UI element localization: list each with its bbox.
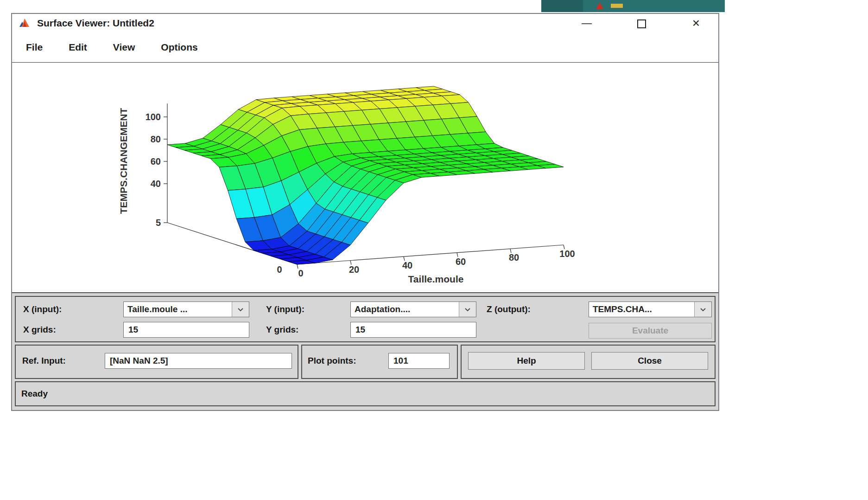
menu-edit[interactable]: Edit — [69, 42, 87, 53]
title-bar[interactable]: Surface Viewer: Untitled2 — × — [12, 14, 718, 32]
background-window-segment — [541, 0, 583, 12]
y-input-select[interactable]: Adaptation.... — [350, 301, 476, 317]
evaluate-button[interactable]: Evaluate — [589, 323, 712, 339]
x-grids-input[interactable] — [123, 322, 249, 338]
z-tick-label: 100 — [146, 112, 161, 122]
maximize-icon[interactable] — [632, 14, 651, 32]
y-input-value: Adaptation.... — [351, 302, 459, 317]
plot-points-field[interactable] — [388, 353, 450, 369]
background-window-decoration — [611, 4, 623, 8]
x-axis-label: Taille.moule — [408, 274, 464, 284]
plot-points-label: Plot points: — [308, 356, 356, 366]
io-panel: X (input): Taille.moule ... Y (input): A… — [15, 296, 716, 342]
maximize-box-glyph — [637, 19, 646, 28]
z-output-select[interactable]: TEMPS.CHA... — [589, 301, 712, 317]
window-title: Surface Viewer: Untitled2 — [37, 18, 154, 29]
z-axis-label: TEMPS.CHANGEMENT — [118, 108, 129, 214]
chevron-down-icon[interactable] — [694, 302, 711, 317]
menu-bar: File Edit View Options — [12, 32, 718, 62]
x-tick-label: 40 — [402, 260, 412, 270]
matlab-icon — [19, 17, 31, 29]
x-tick-label: 100 — [559, 249, 575, 259]
x-tick-label: 80 — [509, 252, 519, 263]
surface-mesh — [167, 86, 564, 264]
x-tick-label: 20 — [349, 264, 359, 275]
ref-input-field[interactable] — [105, 353, 292, 369]
z-tick-label: 80 — [151, 134, 161, 144]
help-close-panel: Help Close — [461, 345, 716, 379]
surface-plot[interactable]: 10080604050204060801000Taille.mouleTEMPS… — [12, 63, 713, 292]
x-input-value: Taille.moule ... — [124, 302, 232, 317]
background-window-titlebar-fragment[interactable] — [541, 0, 725, 12]
chevron-down-icon[interactable] — [459, 302, 476, 317]
menu-file[interactable]: File — [26, 42, 43, 53]
y-tick-label: 0 — [277, 264, 282, 275]
z-tick-label: 5 — [156, 218, 161, 228]
z-tick-label: 60 — [151, 156, 161, 167]
window-controls: — × — [577, 14, 705, 32]
help-button[interactable]: Help — [468, 352, 585, 370]
status-text: Ready — [21, 389, 48, 399]
close-button[interactable]: Close — [591, 352, 708, 370]
plot-panel: 10080604050204060801000Taille.mouleTEMPS… — [12, 62, 718, 292]
minimize-icon[interactable]: — — [577, 14, 596, 32]
surface-viewer-window: Surface Viewer: Untitled2 — × File Edit … — [11, 13, 719, 411]
plot-points-panel: Plot points: — [301, 345, 458, 379]
z-output-value: TEMPS.CHA... — [589, 302, 694, 317]
x-input-select[interactable]: Taille.moule ... — [123, 301, 249, 317]
menu-options[interactable]: Options — [161, 42, 197, 53]
menu-view[interactable]: View — [113, 42, 135, 53]
z-tick-label: 40 — [151, 179, 161, 189]
x-grids-label: X grids: — [23, 325, 56, 335]
x-tick-label: 60 — [456, 256, 466, 267]
close-icon[interactable]: × — [687, 14, 705, 32]
y-grids-input[interactable] — [350, 322, 476, 338]
ref-input-panel: Ref. Input: — [15, 345, 298, 379]
status-panel: Ready — [15, 381, 716, 406]
controls-area: X (input): Taille.moule ... Y (input): A… — [12, 292, 718, 410]
y-input-label: Y (input): — [266, 304, 304, 314]
y-grids-label: Y grids: — [266, 325, 298, 335]
background-app-logo-icon — [596, 2, 603, 9]
ref-row: Ref. Input: Plot points: Help Close — [15, 345, 716, 379]
x-input-label: X (input): — [23, 304, 62, 314]
ref-input-label: Ref. Input: — [22, 356, 66, 366]
x-tick-label: 0 — [298, 268, 303, 278]
chevron-down-icon[interactable] — [232, 302, 249, 317]
z-output-label: Z (output): — [487, 304, 531, 314]
